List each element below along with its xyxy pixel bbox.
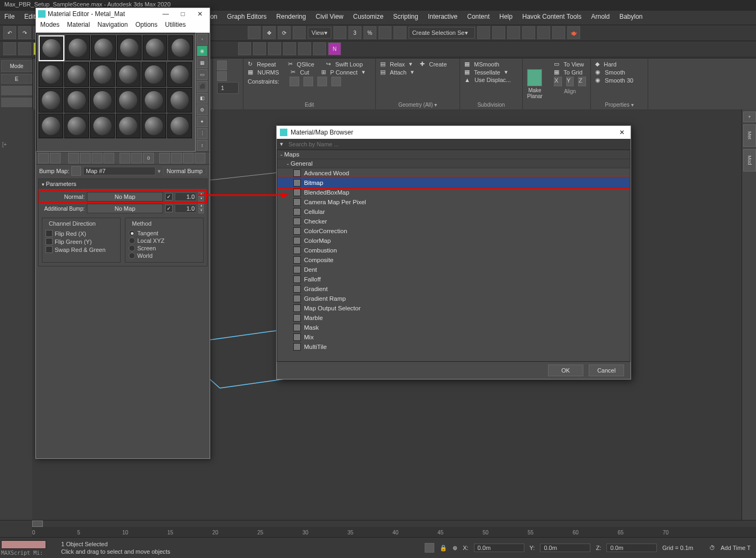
rib-spinner[interactable]: 1 — [217, 82, 239, 94]
percent-snap-button[interactable]: % — [364, 26, 376, 39]
map-item-cellular[interactable]: Cellular — [277, 207, 630, 217]
sr-btn-2[interactable]: ◉ — [197, 46, 207, 56]
rib-displace[interactable]: Use Displac... — [475, 77, 511, 83]
mt-copy[interactable] — [103, 153, 114, 163]
rc-plus[interactable]: + — [743, 111, 756, 122]
map-item-camera-map-per-pixel[interactable]: Camera Map Per Pixel — [277, 197, 630, 207]
sr-btn-9[interactable]: ⋮ — [197, 128, 207, 139]
ok-button[interactable]: OK — [548, 364, 583, 376]
sr-btn-4[interactable]: ▭ — [197, 69, 207, 80]
map-item-mix[interactable]: Mix — [277, 332, 630, 342]
rib-hard[interactable]: Hard — [604, 61, 617, 68]
addbump-map-button[interactable]: No Map — [87, 204, 163, 213]
menu-file[interactable]: File — [4, 13, 14, 25]
rib-swiftloop[interactable]: Swift Loop — [335, 61, 362, 68]
rib-create[interactable]: Create — [429, 61, 447, 68]
mt-get[interactable] — [38, 153, 49, 163]
menu-interactive[interactable]: Interactive — [428, 13, 457, 25]
rib-smooth30[interactable]: Smooth 30 — [605, 77, 633, 84]
mirror-button[interactable] — [379, 26, 391, 39]
refcoord-dropdown[interactable]: View ▾ — [308, 27, 331, 39]
tb2-btn-9[interactable]: N — [328, 42, 341, 55]
lock-icon[interactable]: 🔒 — [440, 545, 447, 552]
close-button[interactable]: ✕ — [192, 10, 207, 18]
sample-slot[interactable] — [116, 88, 140, 113]
menu-customize[interactable]: Customize — [353, 13, 384, 25]
rib-qslice[interactable]: QSlice — [297, 61, 314, 68]
sr-btn-5[interactable]: ⬛ — [197, 81, 207, 92]
sample-slot[interactable] — [142, 88, 166, 113]
mat-editor-titlebar[interactable]: Material Editor - Metal_Mat — □ ✕ — [36, 8, 210, 20]
mt-put[interactable] — [50, 153, 61, 163]
addbump-spinner[interactable]: 1.0 — [175, 204, 196, 213]
coord-x[interactable]: 0.0m — [474, 544, 524, 552]
map-item-dent[interactable]: Dent — [277, 265, 630, 274]
map-item-checker[interactable]: Checker — [277, 217, 630, 226]
mt-make[interactable] — [120, 153, 130, 163]
sr-btn-10[interactable]: ↕ — [197, 140, 207, 151]
left-tab-e[interactable]: E — [1, 74, 32, 84]
mt-nav2[interactable] — [171, 153, 182, 163]
map-item-blendedboxmap[interactable]: BlendedBoxMap — [277, 188, 630, 197]
sample-slot[interactable] — [143, 35, 167, 60]
mt-assign[interactable] — [68, 153, 79, 163]
rib-con-1[interactable] — [290, 77, 299, 86]
map-item-mask[interactable]: Mask — [277, 323, 630, 332]
swap-rg-checkbox[interactable] — [46, 246, 53, 253]
mt-nav4[interactable] — [195, 153, 205, 163]
sample-slot[interactable] — [64, 62, 89, 87]
mt-del[interactable] — [92, 153, 102, 163]
left-tab-sub1[interactable] — [1, 86, 32, 95]
render-setup-button[interactable] — [552, 26, 565, 39]
coord-y[interactable]: 0.0m — [540, 544, 590, 552]
move-button[interactable]: ✥ — [263, 26, 276, 39]
rib-con-2[interactable] — [303, 77, 313, 86]
menu-content[interactable]: Content — [467, 13, 490, 25]
left-tab-sub2[interactable] — [1, 98, 32, 107]
sample-slot[interactable] — [142, 62, 166, 87]
sample-slot[interactable] — [65, 35, 90, 60]
map-item-falloff[interactable]: Falloff — [277, 274, 630, 284]
mirror-tool-button[interactable] — [477, 26, 490, 39]
rotate-button[interactable]: ⟳ — [278, 26, 291, 39]
pick-map-button[interactable] — [71, 166, 81, 176]
tb2-btn-8[interactable] — [313, 42, 326, 55]
rib-attach[interactable]: Attach — [390, 69, 406, 76]
rib-togrid[interactable]: To Grid — [564, 69, 582, 76]
mt-reset[interactable] — [80, 153, 91, 163]
cancel-button[interactable]: Cancel — [589, 364, 624, 376]
tb2-btn-2[interactable] — [18, 42, 31, 55]
rib-btn[interactable] — [217, 71, 227, 81]
normal-spinner[interactable]: 1.0 — [175, 192, 196, 201]
rib-relax[interactable]: Relax — [390, 61, 405, 68]
axis-z[interactable]: Z — [578, 77, 586, 86]
rib-btn[interactable] — [217, 61, 227, 70]
rc-met[interactable]: Met — [743, 124, 756, 147]
layer-button[interactable] — [492, 26, 505, 39]
render-button[interactable]: 🫖 — [567, 26, 580, 39]
redo-button[interactable]: ↷ — [18, 26, 31, 39]
mt-0[interactable]: 0 — [143, 153, 154, 163]
time-slider[interactable] — [32, 520, 43, 527]
map-item-composite[interactable]: Composite — [277, 255, 630, 265]
menu-help[interactable]: Help — [499, 13, 513, 25]
isolate-icon[interactable] — [425, 543, 434, 553]
sample-slot[interactable] — [64, 114, 89, 138]
sample-slot[interactable] — [167, 88, 192, 113]
method-world-radio[interactable] — [129, 252, 135, 259]
tb2-btn-4[interactable] — [253, 42, 266, 55]
rib-cut[interactable]: Cut — [300, 69, 309, 76]
sample-slot[interactable] — [39, 88, 63, 113]
map-item-colorcorrection[interactable]: ColorCorrection — [277, 226, 630, 236]
angle-snap-button[interactable]: 3 — [349, 26, 361, 39]
map-type-button[interactable]: Normal Bump — [163, 167, 206, 175]
rib-repeat[interactable]: Repeat — [257, 61, 276, 68]
menu-scripting[interactable]: Scripting — [393, 13, 418, 25]
minimize-button[interactable]: — — [158, 10, 173, 18]
rib-smooth[interactable]: Smooth — [605, 69, 625, 76]
sample-slot[interactable] — [116, 114, 140, 138]
rib-tessellate[interactable]: Tessellate — [474, 69, 500, 76]
flip-red-checkbox[interactable] — [46, 230, 53, 237]
mat-menu-material[interactable]: Material — [67, 21, 90, 32]
mat-menu-modes[interactable]: Modes — [40, 21, 60, 32]
